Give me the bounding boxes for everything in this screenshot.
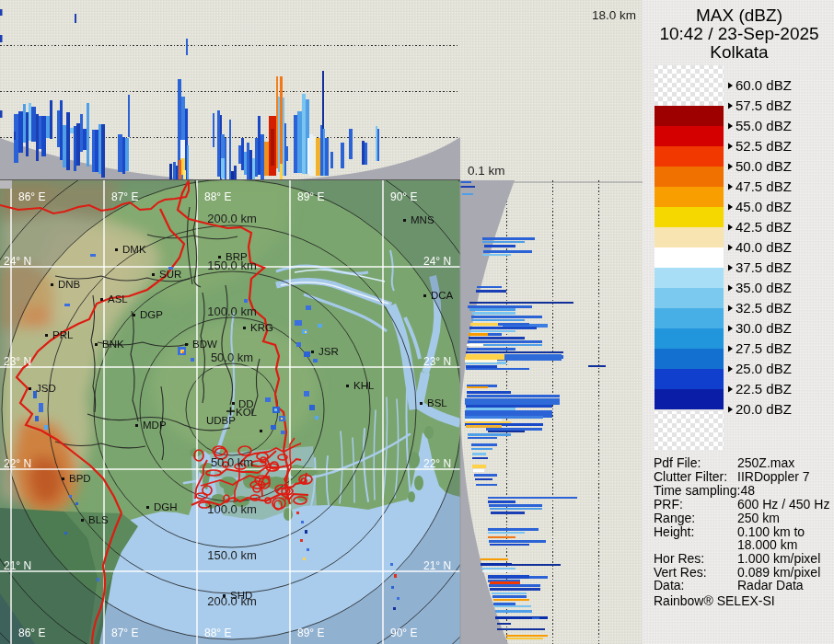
svg-text:DGH: DGH bbox=[154, 501, 178, 512]
svg-text:DNB: DNB bbox=[58, 279, 81, 290]
svg-text:86° E: 86° E bbox=[18, 190, 45, 203]
svg-text:90° E: 90° E bbox=[390, 627, 417, 639]
svg-text:KRG: KRG bbox=[250, 322, 273, 333]
svg-text:57.5 dBZ: 57.5 dBZ bbox=[736, 98, 792, 113]
svg-text:25.0 dBZ: 25.0 dBZ bbox=[736, 361, 792, 376]
svg-text:Kolkata: Kolkata bbox=[710, 42, 769, 62]
svg-text:40.0 dBZ: 40.0 dBZ bbox=[736, 239, 792, 255]
svg-text:PRF:: PRF: bbox=[654, 497, 683, 512]
svg-text:BSL: BSL bbox=[427, 397, 447, 408]
svg-text:DCA: DCA bbox=[431, 290, 454, 301]
svg-text:BNK: BNK bbox=[102, 339, 124, 350]
svg-text:35.0 dBZ: 35.0 dBZ bbox=[736, 280, 792, 295]
svg-text:52.5 dBZ: 52.5 dBZ bbox=[736, 138, 792, 154]
svg-text:SHD: SHD bbox=[230, 590, 252, 601]
svg-text:Height:: Height: bbox=[654, 524, 694, 539]
svg-text:IIRDoppler 7: IIRDoppler 7 bbox=[737, 469, 810, 484]
svg-text:Hor Res:: Hor Res: bbox=[654, 551, 704, 566]
svg-text:150.0 km: 150.0 km bbox=[207, 548, 256, 562]
svg-text:23° N: 23° N bbox=[4, 355, 31, 368]
svg-text:47.5 dBZ: 47.5 dBZ bbox=[736, 178, 792, 194]
svg-text:30.0 dBZ: 30.0 dBZ bbox=[736, 320, 792, 336]
svg-text:Time sampling:48: Time sampling:48 bbox=[654, 483, 755, 498]
svg-text:88° E: 88° E bbox=[204, 190, 231, 203]
svg-text:Data:: Data: bbox=[654, 578, 684, 592]
svg-text:Pdf File:: Pdf File: bbox=[654, 455, 701, 470]
svg-text:ASL: ASL bbox=[108, 293, 128, 305]
svg-text:90° E: 90° E bbox=[390, 190, 417, 203]
svg-text:0.1 km: 0.1 km bbox=[468, 164, 505, 178]
svg-text:18.000 km: 18.000 km bbox=[737, 537, 797, 552]
svg-text:JSR: JSR bbox=[319, 346, 339, 357]
svg-text:10:42 / 23-Sep-2025: 10:42 / 23-Sep-2025 bbox=[659, 24, 818, 43]
svg-text:55.0 dBZ: 55.0 dBZ bbox=[736, 118, 792, 133]
svg-text:100.0 km: 100.0 km bbox=[207, 502, 256, 516]
svg-text:250Z.max: 250Z.max bbox=[737, 455, 794, 470]
svg-text:50.0 dBZ: 50.0 dBZ bbox=[736, 158, 792, 174]
svg-text:24° N: 24° N bbox=[4, 255, 31, 268]
svg-text:21° N: 21° N bbox=[423, 559, 451, 572]
svg-text:200.0 km: 200.0 km bbox=[207, 212, 256, 225]
svg-text:50.0 km: 50.0 km bbox=[211, 351, 253, 364]
svg-text:87° E: 87° E bbox=[111, 190, 138, 203]
svg-text:KHL: KHL bbox=[353, 380, 375, 391]
svg-text:24° N: 24° N bbox=[423, 255, 451, 268]
svg-text:DGP: DGP bbox=[140, 309, 163, 320]
svg-text:45.0 dBZ: 45.0 dBZ bbox=[736, 199, 792, 214]
svg-text:BRP: BRP bbox=[226, 251, 248, 262]
svg-text:Radar Data: Radar Data bbox=[737, 578, 804, 592]
svg-text:Clutter Filter:: Clutter Filter: bbox=[654, 469, 727, 484]
svg-text:22.5 dBZ: 22.5 dBZ bbox=[736, 381, 792, 397]
svg-text:86° E: 86° E bbox=[18, 627, 45, 639]
svg-text:BLS: BLS bbox=[88, 514, 109, 525]
svg-text:DMK: DMK bbox=[122, 244, 146, 255]
svg-text:Range:: Range: bbox=[654, 511, 695, 525]
svg-text:MDP: MDP bbox=[143, 420, 167, 431]
svg-text:89° E: 89° E bbox=[297, 190, 324, 203]
svg-text:18.0 km: 18.0 km bbox=[592, 8, 636, 22]
svg-text:MAX (dBZ): MAX (dBZ) bbox=[696, 6, 782, 25]
svg-text:22° N: 22° N bbox=[423, 457, 451, 470]
svg-text:SUR: SUR bbox=[159, 269, 181, 280]
svg-text:UDBP: UDBP bbox=[206, 415, 236, 426]
svg-text:27.5 dBZ: 27.5 dBZ bbox=[736, 340, 792, 356]
svg-text:88° E: 88° E bbox=[204, 627, 231, 639]
svg-text:37.5 dBZ: 37.5 dBZ bbox=[736, 259, 792, 275]
svg-text:MNS: MNS bbox=[411, 214, 434, 225]
svg-text:1.000 km/pixel: 1.000 km/pixel bbox=[737, 551, 820, 566]
svg-text:60.0 dBZ: 60.0 dBZ bbox=[736, 77, 792, 93]
svg-text:PRL: PRL bbox=[52, 329, 74, 340]
svg-text:89° E: 89° E bbox=[297, 627, 324, 639]
svg-text:32.5 dBZ: 32.5 dBZ bbox=[736, 300, 792, 316]
svg-text:Rainbow® SELEX-SI: Rainbow® SELEX-SI bbox=[654, 593, 775, 608]
svg-text:JSD: JSD bbox=[36, 383, 56, 394]
svg-text:100.0 km: 100.0 km bbox=[207, 305, 256, 318]
svg-text:50.0 km: 50.0 km bbox=[211, 455, 253, 469]
svg-text:22° N: 22° N bbox=[4, 457, 31, 470]
svg-text:20.0 dBZ: 20.0 dBZ bbox=[736, 401, 792, 417]
svg-text:21° N: 21° N bbox=[4, 559, 31, 572]
svg-text:600 Hz / 450 Hz: 600 Hz / 450 Hz bbox=[737, 497, 829, 512]
svg-text:BPD: BPD bbox=[69, 473, 91, 484]
svg-text:87° E: 87° E bbox=[111, 627, 138, 639]
svg-text:BDW: BDW bbox=[192, 339, 217, 350]
svg-text:250 km: 250 km bbox=[737, 511, 780, 525]
svg-text:23° N: 23° N bbox=[423, 355, 451, 368]
svg-text:KOL: KOL bbox=[236, 407, 258, 418]
svg-text:42.5 dBZ: 42.5 dBZ bbox=[736, 219, 792, 235]
